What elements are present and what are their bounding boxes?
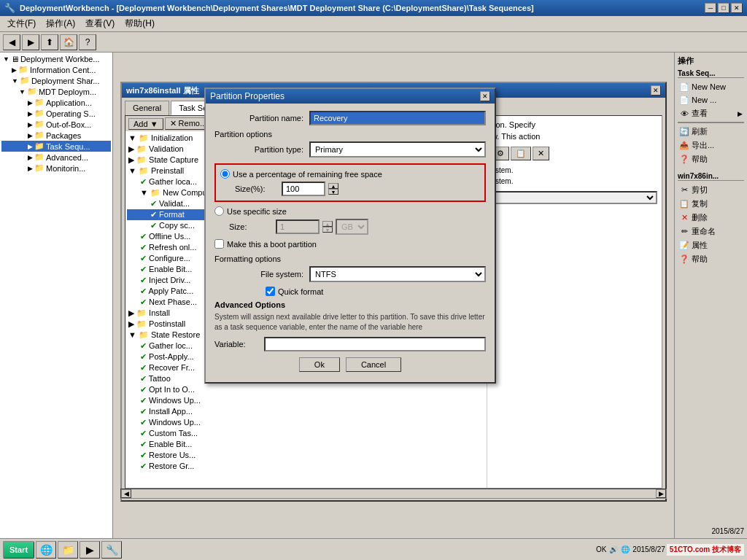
right-item-refresh[interactable]: 🔄 刷新 bbox=[678, 125, 744, 139]
tree-item-out-of-box[interactable]: ▶ 📁 Out-of-Box... bbox=[1, 119, 111, 130]
right-item-rename[interactable]: ✏ 重命名 bbox=[678, 225, 744, 238]
partition-type-select[interactable]: PrimaryExtendedLogical bbox=[309, 141, 486, 158]
ts-node-restore-gr[interactable]: ✔ Restore Gr... bbox=[127, 461, 485, 472]
right-item-help1[interactable]: ❓ 帮助 bbox=[678, 152, 744, 166]
ts-add-button[interactable]: Add ▼ bbox=[128, 118, 163, 130]
toolbar-help[interactable]: ? bbox=[79, 34, 96, 50]
menu-view[interactable]: 查看(V) bbox=[81, 16, 119, 31]
ts-node-install-app[interactable]: ✔ Install App... bbox=[127, 406, 485, 417]
toolbar-back[interactable]: ◀ bbox=[3, 34, 20, 50]
tree-item-operating-sys[interactable]: ▶ 📁 Operating S... bbox=[1, 108, 111, 119]
ts-node-enable-bit2[interactable]: ✔ Enable Bit... bbox=[127, 439, 485, 450]
dialog-close-btn[interactable]: ✕ bbox=[480, 91, 490, 101]
spin-down-btn[interactable]: ▼ bbox=[328, 189, 338, 195]
folder-icon: 📁 bbox=[34, 109, 44, 118]
ts-node-windows-up2[interactable]: ✔ Windows Up... bbox=[127, 417, 485, 428]
right-item-properties[interactable]: 📝 属性 bbox=[678, 238, 744, 252]
ts-node-restore-us[interactable]: ✔ Restore Us... bbox=[127, 450, 485, 461]
tree-label: Application... bbox=[46, 98, 92, 107]
right-item-copy[interactable]: 📋 复制 bbox=[678, 197, 744, 211]
win7-close-btn[interactable]: ✕ bbox=[651, 85, 661, 96]
check-icon: ✔ bbox=[140, 177, 147, 186]
start-button[interactable]: Start bbox=[3, 541, 34, 559]
make-boot-checkbox[interactable] bbox=[214, 239, 224, 249]
variable-input[interactable] bbox=[264, 337, 486, 351]
ts-node-custom-task[interactable]: ✔ Custom Tas... bbox=[127, 428, 485, 439]
hscroll-right[interactable]: ▶ bbox=[656, 489, 666, 498]
right-item-cut[interactable]: ✂ 剪切 bbox=[678, 183, 744, 197]
tree-item-monitoring[interactable]: ▶ 📁 Monitorin... bbox=[1, 163, 111, 174]
right-item-label: 删除 bbox=[692, 212, 708, 223]
export-icon: 📤 bbox=[679, 141, 689, 151]
taskbar-media[interactable]: ▶ bbox=[80, 541, 100, 559]
tree-item-task-sequences[interactable]: ▶ 📁 Task Sequ... bbox=[1, 141, 111, 152]
size-label: Size: bbox=[229, 222, 273, 231]
expand-icon: ▶ bbox=[28, 154, 33, 161]
toolbar-forward[interactable]: ▶ bbox=[22, 34, 39, 50]
size-input[interactable] bbox=[276, 219, 320, 234]
right-item-label: New ... bbox=[692, 96, 716, 104]
folder-icon: 🖥 bbox=[11, 55, 19, 63]
expand-icon: ▶ bbox=[28, 121, 33, 128]
hscroll-left[interactable]: ◀ bbox=[121, 489, 131, 498]
ts-node-windows-up1[interactable]: ✔ Windows Up... bbox=[127, 395, 485, 406]
right-item-new[interactable]: 📄 New ... bbox=[678, 93, 744, 106]
right-item-view[interactable]: 👁 查看 ▶ bbox=[678, 106, 744, 120]
menu-action[interactable]: 操作(A) bbox=[42, 16, 80, 31]
folder-icon: 📁 bbox=[34, 120, 44, 129]
size-spin-down[interactable]: ▼ bbox=[322, 227, 333, 233]
dialog-cancel-btn[interactable]: Cancel bbox=[346, 357, 401, 372]
make-boot-label: Make this a boot partition bbox=[227, 240, 317, 249]
filesystem-select[interactable]: NTFSFAT32 bbox=[309, 266, 486, 282]
close-button[interactable]: ✕ bbox=[731, 3, 743, 13]
right-item-export[interactable]: 📤 导出... bbox=[678, 139, 744, 152]
taskbar-ie[interactable]: 🌐 bbox=[36, 541, 56, 559]
size-unit-select[interactable]: GB MB bbox=[336, 219, 368, 235]
right-item-delete[interactable]: ✕ 删除 bbox=[678, 211, 744, 225]
taskbar-explorer[interactable]: 📁 bbox=[58, 541, 78, 559]
toolbar-up[interactable]: ⬆ bbox=[41, 34, 58, 50]
expand-icon: ▼ bbox=[128, 133, 139, 142]
ts-action-btn2[interactable]: 📋 bbox=[511, 147, 531, 160]
tree-item-packages[interactable]: ▶ 📁 Packages bbox=[1, 130, 111, 141]
use-specific-radio[interactable] bbox=[214, 206, 224, 216]
ts-dropdown[interactable] bbox=[492, 191, 657, 204]
size-percent-input[interactable] bbox=[282, 182, 325, 196]
spin-up-btn[interactable]: ▲ bbox=[328, 183, 338, 189]
tab-general[interactable]: General bbox=[125, 101, 169, 115]
check-icon: ✔ bbox=[140, 385, 147, 394]
partition-name-input[interactable] bbox=[309, 111, 486, 125]
tree-item-application[interactable]: ▶ 📁 Application... bbox=[1, 97, 111, 108]
right-item-help2[interactable]: ❓ 帮助 bbox=[678, 252, 744, 266]
check-icon: ✔ bbox=[140, 232, 147, 241]
cut-icon: ✂ bbox=[679, 185, 689, 195]
ts-action-btn3[interactable]: ✕ bbox=[533, 147, 549, 160]
menu-file[interactable]: 文件(F) bbox=[3, 16, 40, 31]
restore-button[interactable]: □ bbox=[718, 3, 729, 13]
menu-help[interactable]: 帮助(H) bbox=[120, 16, 159, 31]
ts-node-opt-in[interactable]: ✔ Opt In to O... bbox=[127, 384, 485, 395]
tree-item-deployment-workbench[interactable]: ▼ 🖥 Deployment Workbe... bbox=[1, 54, 111, 64]
quick-format-checkbox[interactable] bbox=[266, 287, 275, 296]
right-item-label: 导出... bbox=[692, 140, 714, 151]
tree-item-mdt-deploy[interactable]: ▼ 📁 MDT Deploym... bbox=[1, 86, 111, 97]
taskbar-tool[interactable]: 🔧 bbox=[101, 541, 122, 559]
minimize-button[interactable]: ─ bbox=[705, 3, 716, 13]
view-icon: 👁 bbox=[679, 109, 689, 119]
right-item-label: New New bbox=[692, 82, 726, 91]
size-spin-up[interactable]: ▲ bbox=[322, 221, 333, 227]
right-panel: 操作 Task Seq... 📄 New New 📄 New ... 👁 查看 … bbox=[674, 52, 747, 538]
tree-item-advanced[interactable]: ▶ 📁 Advanced... bbox=[1, 152, 111, 163]
toolbar-home[interactable]: 🏠 bbox=[60, 34, 77, 50]
expand-icon: ▼ bbox=[3, 55, 9, 63]
use-percentage-radio[interactable] bbox=[220, 169, 230, 179]
dialog-ok-btn[interactable]: Ok bbox=[299, 357, 340, 372]
tree-item-info-center[interactable]: ▶ 📁 Information Cent... bbox=[1, 64, 111, 75]
right-item-new-new[interactable]: 📄 New New bbox=[678, 80, 744, 93]
tree-item-deployment-share[interactable]: ▼ 📁 Deployment Shar... bbox=[1, 75, 111, 86]
right-item-label: 复制 bbox=[692, 198, 708, 209]
use-percentage-section: Use a percentage of remaining free space… bbox=[214, 163, 486, 202]
toolbar: ◀ ▶ ⬆ 🏠 ? bbox=[0, 32, 747, 52]
check-icon: ✔ bbox=[140, 341, 147, 350]
tree-label: Monitorin... bbox=[46, 164, 85, 173]
